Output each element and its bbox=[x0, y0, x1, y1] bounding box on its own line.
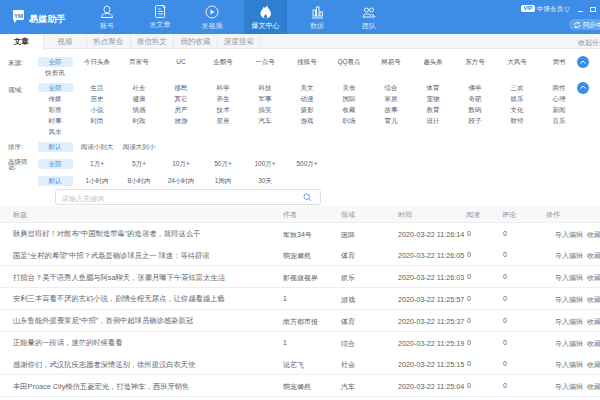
svg-text:YM: YM bbox=[14, 13, 23, 19]
